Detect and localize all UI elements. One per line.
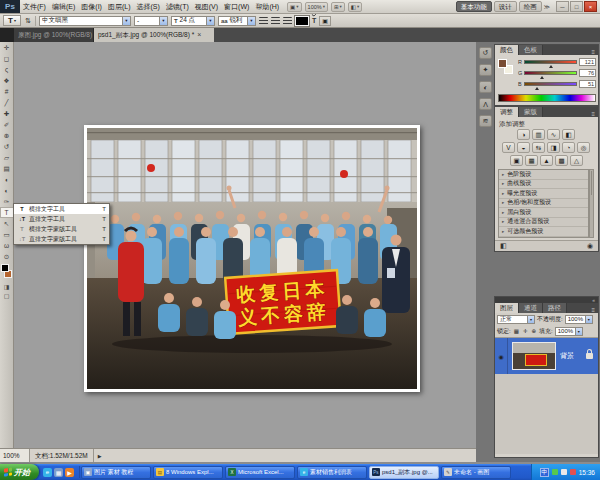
workspace-overflow-button[interactable]: ≫ <box>542 3 552 10</box>
toggle-panels-button[interactable]: ▣ <box>319 16 331 26</box>
disclosure-triangle-icon[interactable]: ▸ <box>502 219 504 224</box>
healing-brush-tool[interactable]: ✚ <box>0 108 14 119</box>
info-panel-icon[interactable]: Λ <box>479 98 492 110</box>
preset-item[interactable]: ▸可选颜色预设 <box>499 227 588 237</box>
anti-alias-select[interactable]: aa锐利▾ <box>218 16 256 26</box>
color-spectrum-bar[interactable] <box>498 94 596 102</box>
blur-tool[interactable]: ◖ <box>0 174 14 185</box>
preset-item[interactable]: ▸色相/饱和度预设 <box>499 199 588 209</box>
type-tool-menu-item[interactable]: T横排文字工具T <box>14 204 109 214</box>
type-tool-menu-item[interactable]: ↓T直排文字蒙版工具T <box>14 234 109 244</box>
marquee-tool[interactable]: ◻ <box>0 53 14 64</box>
green-slider[interactable] <box>524 71 577 75</box>
disclosure-triangle-icon[interactable]: ▸ <box>502 229 504 234</box>
messenger-tray-icon[interactable] <box>570 469 576 475</box>
type-tool-menu-item[interactable]: ↓T直排文字工具T <box>14 214 109 224</box>
preset-item[interactable]: ▸黑白预设 <box>499 208 588 218</box>
hand-tool[interactable]: ω <box>0 240 14 251</box>
path-selection-tool[interactable]: ↖ <box>0 218 14 229</box>
zoom-tool[interactable]: ⊙ <box>0 251 14 262</box>
menu-item[interactable]: 图层(L) <box>105 0 134 13</box>
close-tab-icon[interactable]: × <box>197 28 201 42</box>
tab-adjustments[interactable]: 调整 <box>495 107 519 117</box>
lasso-tool[interactable]: ς <box>0 64 14 75</box>
warp-text-button[interactable]: T <box>312 17 316 24</box>
clone-stamp-tool[interactable]: ⊕ <box>0 130 14 141</box>
move-tool[interactable]: ✛ <box>0 42 14 53</box>
align-left-button[interactable] <box>259 17 268 25</box>
taskbar-button[interactable]: ▣图片 素材 教程 <box>81 466 151 479</box>
text-color-swatch[interactable] <box>295 16 309 26</box>
quick-mask-button[interactable]: ◨ <box>0 282 14 291</box>
channel-mixer-icon[interactable]: ◎ <box>577 142 590 153</box>
layer-thumbnail[interactable] <box>512 342 556 370</box>
photo-filter-icon[interactable]: ◔ <box>562 142 575 153</box>
document-canvas[interactable]: 收复日本 义不容辞 <box>84 125 420 392</box>
taskbar-button[interactable]: Pspsd1_副本.jpg @... <box>369 466 439 479</box>
blue-value[interactable]: 51 <box>579 80 596 88</box>
taskbar-button[interactable]: ▤8 Windows Expl... <box>153 466 223 479</box>
align-center-button[interactable] <box>271 17 280 25</box>
panel-menu-icon[interactable]: ≡ <box>588 49 598 55</box>
start-button[interactable]: 开始 <box>0 464 39 480</box>
taskbar-button[interactable]: e素材销售利润表 <box>297 466 367 479</box>
styles-panel-icon[interactable]: ✦ <box>479 64 492 76</box>
close-button[interactable]: × <box>584 1 597 12</box>
disclosure-triangle-icon[interactable]: ▸ <box>502 172 504 177</box>
curves-icon[interactable]: ∿ <box>547 129 560 140</box>
preset-item[interactable]: ▸曝光度预设 <box>499 189 588 199</box>
font-size-select[interactable]: T24 点▾ <box>171 16 215 26</box>
lock-transparency-icon[interactable]: ▦ <box>513 328 520 334</box>
taskbar-button[interactable]: XMicrosoft Excel... <box>225 466 295 479</box>
vibrance-icon[interactable]: V <box>502 142 515 153</box>
brightness-contrast-icon[interactable]: ◑ <box>517 129 530 140</box>
preset-item[interactable]: ▸通道混合器预设 <box>499 218 588 228</box>
menu-item[interactable]: 帮助(H) <box>252 0 282 13</box>
eyedropper-tool[interactable]: ╱ <box>0 97 14 108</box>
disclosure-triangle-icon[interactable]: ▸ <box>502 191 504 196</box>
arrange-documents-button[interactable]: ⊞▾ <box>331 2 345 12</box>
disclosure-triangle-icon[interactable]: ▸ <box>502 200 504 205</box>
maximize-button[interactable]: □ <box>570 1 583 12</box>
align-right-button[interactable] <box>283 17 292 25</box>
tab-paths[interactable]: 路径 <box>543 303 567 313</box>
red-slider[interactable] <box>524 60 577 64</box>
view-extras-button[interactable]: ▣▾ <box>287 2 301 12</box>
foreground-color-swatch[interactable] <box>1 264 9 272</box>
layer-visibility-toggle[interactable]: ◉ <box>495 338 508 374</box>
green-value[interactable]: 76 <box>579 69 596 77</box>
document-tab-inactive[interactable]: 原图.jpg @ 100%(RGB/8) <box>14 28 94 42</box>
panel-menu-icon[interactable]: ≡ <box>588 111 598 117</box>
lock-position-icon[interactable]: ✛ <box>522 328 529 334</box>
tab-channels[interactable]: 通道 <box>519 303 543 313</box>
brush-tool[interactable]: ✐ <box>0 119 14 130</box>
tab-color[interactable]: 颜色 <box>495 45 519 55</box>
volume-tray-icon[interactable] <box>561 469 567 475</box>
minimize-button[interactable]: ─ <box>556 1 569 12</box>
history-brush-tool[interactable]: ↺ <box>0 141 14 152</box>
antivirus-tray-icon[interactable] <box>552 469 558 475</box>
invert-icon[interactable]: ▣ <box>510 155 523 166</box>
navigator-panel-icon[interactable]: ≋ <box>479 115 492 127</box>
language-indicator[interactable]: 中 <box>540 468 549 477</box>
selective-color-icon[interactable]: △ <box>570 155 583 166</box>
crop-tool[interactable]: # <box>0 86 14 97</box>
type-tool-menu-item[interactable]: T横排文字蒙版工具T <box>14 224 109 234</box>
collapse-dock-icon[interactable]: « <box>592 297 595 303</box>
posterize-icon[interactable]: ▦ <box>525 155 538 166</box>
menu-item[interactable]: 窗口(W) <box>221 0 252 13</box>
zoom-level-button[interactable]: 100%▾ <box>305 2 328 12</box>
menu-item[interactable]: 图像(I) <box>78 0 105 13</box>
gradient-tool[interactable]: ▤ <box>0 163 14 174</box>
status-expander-icon[interactable]: ▶ <box>94 453 106 459</box>
workspace-button[interactable]: 绘画 <box>519 1 542 12</box>
scrollbar-thumb[interactable] <box>591 171 592 195</box>
fill-select[interactable]: 100%▾ <box>555 327 583 336</box>
dodge-tool[interactable]: ◐ <box>0 185 14 196</box>
preset-item[interactable]: ▸曲线预设 <box>499 180 588 190</box>
quick-selection-tool[interactable]: ❖ <box>0 75 14 86</box>
internet-explorer-icon[interactable]: e <box>43 468 52 477</box>
eraser-tool[interactable]: ▱ <box>0 152 14 163</box>
text-orientation-toggle[interactable]: ⇅ <box>24 17 32 25</box>
threshold-icon[interactable]: ▲ <box>540 155 553 166</box>
